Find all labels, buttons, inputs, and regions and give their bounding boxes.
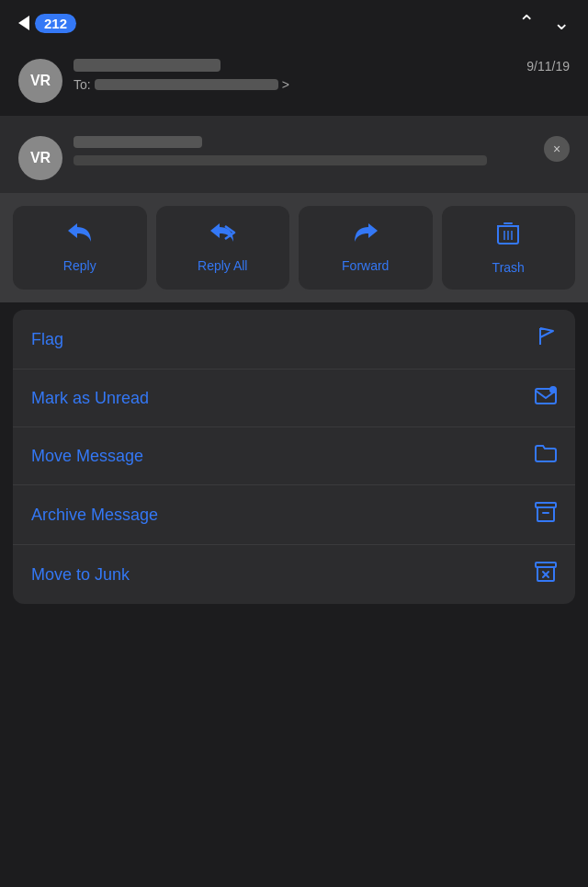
svg-point-7 bbox=[549, 386, 557, 393]
move-message-label: Move Message bbox=[31, 447, 143, 466]
mark-unread-label: Mark as Unread bbox=[31, 389, 149, 408]
forward-button[interactable]: Forward bbox=[299, 206, 433, 290]
actions-list: Flag Mark as Unread Move Message Archive… bbox=[13, 310, 575, 604]
to-label: To: bbox=[74, 77, 91, 92]
preview-subject-placeholder bbox=[74, 136, 202, 148]
move-message-action[interactable]: Move Message bbox=[13, 426, 575, 484]
to-row[interactable]: To: > bbox=[74, 77, 515, 92]
back-chevron-icon bbox=[18, 16, 29, 30]
move-to-junk-label: Move to Junk bbox=[31, 565, 130, 585]
archive-message-action[interactable]: Archive Message bbox=[13, 484, 575, 544]
main-actions-grid: Reply Reply All Forward bbox=[0, 193, 588, 302]
forward-icon bbox=[352, 221, 379, 251]
recipient-address-placeholder bbox=[95, 79, 278, 90]
email-header: VR To: > 9/11/19 bbox=[0, 46, 588, 116]
expand-recipients-icon[interactable]: > bbox=[282, 77, 289, 92]
flag-icon bbox=[537, 326, 557, 352]
folder-icon bbox=[535, 444, 557, 468]
next-email-button[interactable]: ⌄ bbox=[553, 13, 570, 33]
trash-icon bbox=[496, 221, 520, 253]
close-button[interactable]: × bbox=[544, 136, 570, 162]
move-to-junk-action[interactable]: Move to Junk bbox=[13, 544, 575, 604]
preview-content bbox=[74, 136, 533, 165]
reply-all-label: Reply All bbox=[198, 258, 247, 273]
reply-icon bbox=[66, 221, 94, 251]
envelope-icon bbox=[535, 386, 557, 410]
trash-label: Trash bbox=[492, 260, 525, 275]
sender-avatar: VR bbox=[18, 59, 62, 103]
email-preview-row: VR × bbox=[0, 123, 588, 193]
nav-arrows: ⌃ ⌄ bbox=[518, 13, 570, 33]
junk-icon bbox=[535, 562, 557, 587]
unread-badge: 212 bbox=[35, 14, 76, 33]
preview-avatar: VR bbox=[18, 136, 62, 180]
preview-body-placeholder bbox=[74, 155, 487, 165]
trash-button[interactable]: Trash bbox=[442, 206, 576, 290]
archive-icon bbox=[535, 502, 557, 528]
top-nav-bar: 212 ⌃ ⌄ bbox=[0, 0, 588, 46]
svg-rect-9 bbox=[537, 507, 554, 521]
reply-all-icon bbox=[207, 221, 238, 251]
previous-email-button[interactable]: ⌃ bbox=[518, 13, 535, 33]
forward-label: Forward bbox=[342, 258, 389, 273]
reply-all-button[interactable]: Reply All bbox=[156, 206, 290, 290]
reply-label: Reply bbox=[63, 258, 96, 273]
flag-label: Flag bbox=[31, 330, 63, 349]
email-meta: To: > bbox=[74, 59, 515, 92]
sender-name-placeholder bbox=[74, 59, 220, 72]
section-separator bbox=[0, 116, 588, 123]
archive-message-label: Archive Message bbox=[31, 506, 158, 525]
reply-button[interactable]: Reply bbox=[13, 206, 147, 290]
mark-unread-action[interactable]: Mark as Unread bbox=[13, 369, 575, 426]
flag-action[interactable]: Flag bbox=[13, 310, 575, 369]
email-date: 9/11/19 bbox=[526, 59, 570, 74]
back-button[interactable]: 212 bbox=[18, 14, 76, 33]
